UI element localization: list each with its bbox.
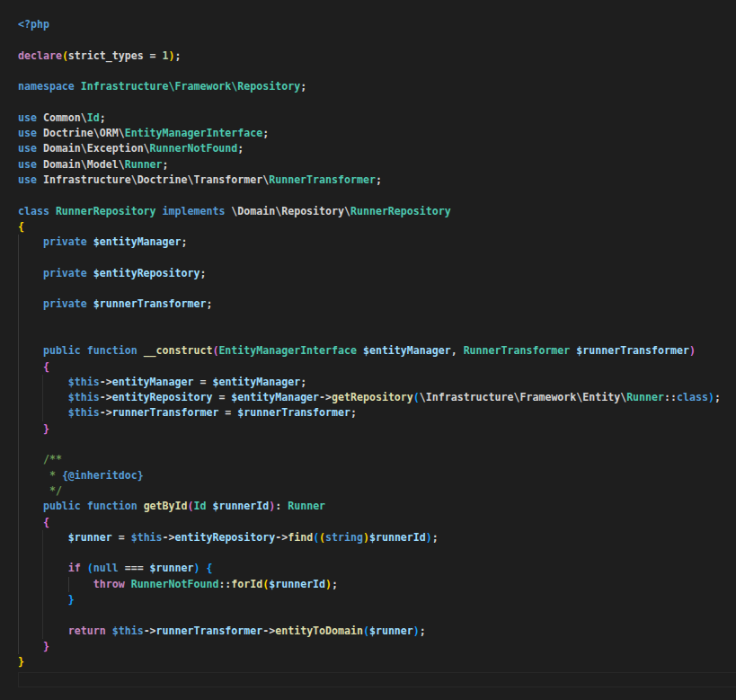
code-line: } <box>18 639 721 654</box>
code-line <box>18 607 721 623</box>
code-line: $runner = $this->entityRepository->find(… <box>18 530 721 545</box>
code-line: { <box>18 219 721 235</box>
code-line <box>18 545 721 561</box>
code-line: return $this->runnerTransformer->entityT… <box>18 624 721 639</box>
indent-guide <box>42 375 43 421</box>
bottom-panel <box>18 672 736 687</box>
code-line: private $runnerTransformer; <box>18 297 721 312</box>
code-line: namespace Infrastructure\Framework\Repos… <box>18 79 721 94</box>
code-line: } <box>18 421 721 437</box>
code-line <box>18 250 721 265</box>
code-line: */ <box>18 483 721 499</box>
code-line: private $entityRepository; <box>18 266 721 281</box>
code-line <box>18 313 721 328</box>
code-line: } <box>18 592 721 607</box>
code-line: throw RunnerNotFound::forId($runnerId); <box>18 577 721 592</box>
code-line: if (null === $runner) { <box>18 561 721 576</box>
code-line: } <box>18 654 721 669</box>
code-line <box>18 328 721 343</box>
code-line: public function __construct(EntityManage… <box>18 343 721 359</box>
code-line: declare(strict_types = 1); <box>18 49 721 64</box>
code-line: $this->entityManager = $entityManager; <box>18 375 721 390</box>
code-line <box>18 281 721 297</box>
code-line: <?php <box>18 17 721 32</box>
code-line: $this->runnerTransformer = $runnerTransf… <box>18 405 721 421</box>
code-line <box>18 188 721 203</box>
code-line: { <box>18 515 721 530</box>
code-line: use Domain\Exception\RunnerNotFound; <box>18 141 721 156</box>
code-line <box>18 437 721 452</box>
code-line: use Common\Id; <box>18 111 721 126</box>
code-line: * {@inheritdoc} <box>18 468 721 483</box>
indent-guide <box>68 577 69 592</box>
code-line: $this->entityRepository = $entityManager… <box>18 390 721 405</box>
code-line: class RunnerRepository implements \Domai… <box>18 204 721 219</box>
code-line <box>18 32 721 48</box>
code-editor: <?php declare(strict_types = 1); namespa… <box>18 17 721 669</box>
code-line: use Infrastructure\Doctrine\Transformer\… <box>18 173 721 188</box>
indent-guide <box>18 235 19 654</box>
code-line: use Doctrine\ORM\EntityManagerInterface; <box>18 126 721 141</box>
code-line: { <box>18 359 721 375</box>
code-line: /** <box>18 452 721 467</box>
indent-guide <box>42 530 43 639</box>
code-line: private $entityManager; <box>18 235 721 250</box>
code-line: use Domain\Model\Runner; <box>18 157 721 173</box>
code-line: public function getById(Id $runnerId): R… <box>18 499 721 514</box>
code-line <box>18 64 721 79</box>
code-line <box>18 94 721 110</box>
